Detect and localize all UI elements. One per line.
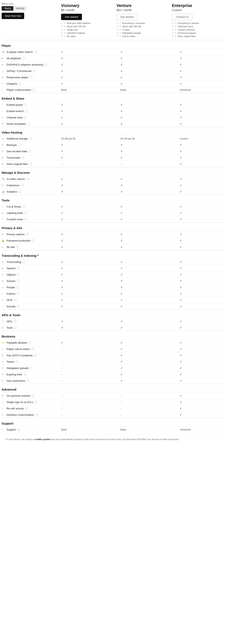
table-row: ⊡ Channel view i ✓ ✓ ✓ (2, 114, 225, 121)
info-icon[interactable]: i (16, 360, 18, 363)
plan-bullet-venture: ✓ Delegated uploads (116, 32, 168, 34)
feature-icon: ↗ (2, 320, 5, 323)
table-row: ⚙ Geo-located data i ✓ ✓ ✓ (2, 148, 225, 154)
info-icon[interactable]: i (17, 305, 20, 308)
info-icon[interactable]: i (17, 267, 20, 270)
plan-cta-enterprise[interactable]: Contact us (172, 14, 192, 20)
info-icon[interactable]: i (26, 233, 29, 236)
feature-icon: ⊟ (2, 144, 5, 146)
info-icon[interactable]: i (18, 144, 21, 146)
info-icon[interactable]: i (24, 218, 27, 221)
info-icon[interactable]: i (19, 82, 22, 85)
feature-label: Curation tools (6, 218, 23, 221)
feature-label: AirPlay / Chromecast (6, 70, 32, 72)
table-row: 🛡 Single sign-on & ACLs i – – ✓ (2, 399, 225, 405)
feature-label: Transcodes (6, 156, 20, 159)
table-row: ↗ Actions i ✓ ✓ ✓ (2, 290, 225, 297)
feature-icon: ⊞ (2, 156, 5, 159)
info-icon[interactable]: i (29, 162, 32, 165)
feature-icon: ⚙ (2, 273, 5, 276)
feature-label: Player call-to-action (6, 348, 30, 350)
table-row: 🛡 Support i Basic Basic Advanced (2, 426, 225, 433)
start-trial-button[interactable]: Start free trial (2, 13, 24, 19)
plan-bullet-enterprise: ✓ Custom solutions (172, 28, 223, 31)
plan-price-venture: $32 / month (116, 8, 168, 12)
info-icon[interactable]: i (34, 50, 37, 53)
info-icon[interactable]: i (25, 110, 28, 112)
info-icon[interactable]: i (28, 150, 31, 153)
info-icon[interactable]: i (22, 57, 25, 60)
info-icon[interactable]: i (16, 292, 20, 295)
info-icon[interactable]: i (13, 320, 16, 323)
info-icon[interactable]: i (16, 246, 19, 248)
info-icon[interactable]: i (16, 286, 19, 289)
section-header: Player (2, 40, 225, 49)
info-icon[interactable]: i (17, 428, 20, 431)
plan-cta-visionary[interactable]: Get started (61, 14, 82, 20)
info-icon[interactable]: i (35, 413, 38, 416)
feature-icon: ↗ (2, 407, 5, 410)
info-icon[interactable]: i (44, 63, 47, 66)
info-icon[interactable]: i (24, 116, 27, 119)
table-row: ◎ People i ✓ ✓ ✓ (2, 284, 225, 290)
info-icon[interactable]: i (22, 156, 24, 159)
feature-icon: ⚙ (2, 150, 5, 153)
info-icon[interactable]: i (32, 239, 35, 242)
info-icon[interactable]: i (32, 394, 34, 397)
info-icon[interactable]: i (22, 205, 25, 208)
feature-icon: ⚙ (2, 280, 5, 282)
info-icon[interactable]: i (25, 407, 28, 410)
feature-label: Password protection (6, 239, 31, 242)
info-icon[interactable]: i (24, 212, 27, 214)
info-icon[interactable]: i (14, 326, 17, 329)
info-icon[interactable]: i (31, 348, 34, 350)
feature-label: Re-sell access (6, 407, 24, 410)
feature-label: Objects (6, 273, 16, 276)
feature-label: Backups (6, 144, 17, 146)
feature-label: Delegated uploads (6, 366, 29, 370)
feature-icon: ▷ (2, 88, 5, 91)
yearly-toggle[interactable]: Yearly (2, 6, 13, 11)
info-icon[interactable]: i (17, 273, 20, 276)
feature-label: Additional storage (6, 137, 28, 140)
plan-price-enterprise: Custom (172, 8, 223, 12)
feature-label: DASH/HLS adaptive streaming (6, 63, 43, 66)
table-row: ≡ Chapters i ✓ ✓ ✓ (2, 80, 225, 87)
info-icon[interactable]: i (34, 400, 37, 404)
info-icon[interactable]: i (22, 260, 25, 263)
info-icon[interactable]: i (27, 122, 30, 125)
info-icon[interactable]: i (16, 280, 20, 282)
section-header: Manage & Discover (2, 167, 225, 176)
monthly-toggle[interactable]: Monthly (13, 6, 27, 11)
info-icon[interactable]: i (29, 137, 32, 140)
feature-icon: ✦ (2, 414, 5, 416)
plan-cta-venture[interactable]: Get started (116, 14, 138, 20)
feature-label: Teams (6, 360, 14, 363)
info-icon[interactable]: i (24, 373, 26, 376)
feature-icon: ⚡ (2, 341, 5, 344)
feature-icon: 🔒 (2, 239, 5, 242)
info-icon[interactable]: i (34, 354, 37, 357)
plan-bullet-enterprise: ✓ Enhanced support (172, 32, 223, 34)
feature-label: Chapters (6, 82, 18, 85)
table-row: ☁ Additional storage i 20 GB per $1 20 G… (2, 136, 225, 142)
feature-icon: ▶ (2, 57, 5, 60)
table-row: ⊡ Geo restrictions i – ✓ ✓ (2, 378, 225, 384)
plan-bullet-venture: ✓ Everything in Visionary (116, 22, 168, 24)
info-icon[interactable]: i (21, 184, 24, 187)
info-icon[interactable]: i (26, 178, 29, 180)
info-icon[interactable]: i (18, 190, 21, 193)
feature-icon: ⊘ (2, 246, 5, 248)
info-icon[interactable]: i (26, 379, 29, 382)
info-icon[interactable]: i (28, 341, 31, 344)
info-icon[interactable]: i (33, 70, 36, 72)
info-icon[interactable]: i (30, 366, 33, 370)
feature-icon: 🛡 (2, 428, 5, 431)
plan-name-enterprise: Enterprise (172, 3, 223, 8)
info-icon[interactable]: i (14, 298, 16, 302)
info-icon[interactable]: i (30, 76, 32, 79)
plan-bullet-enterprise: ✓ Store original files (172, 35, 223, 38)
info-icon[interactable]: i (24, 103, 27, 106)
info-icon[interactable]: i (32, 88, 35, 92)
feature-icon: ⊞ (2, 63, 5, 66)
